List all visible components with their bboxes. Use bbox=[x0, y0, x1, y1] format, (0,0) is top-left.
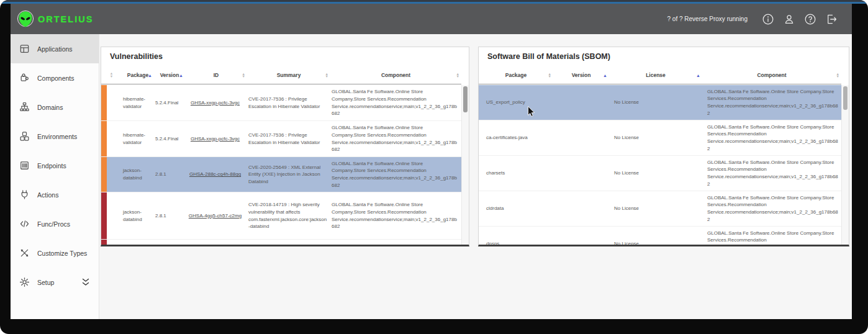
column-label: Package bbox=[127, 72, 149, 78]
column-label: Package bbox=[505, 72, 527, 78]
sidebar-item-components[interactable]: Components bbox=[11, 63, 99, 93]
sort-ascending-icon: ▲ bbox=[148, 73, 152, 77]
vulnerability-row[interactable]: jackson-databind2.8.1GHSA-4gq5-ch57-c2mg… bbox=[101, 192, 461, 240]
sbom-scrollbar[interactable] bbox=[841, 85, 849, 245]
sidebar-item-applications[interactable]: Applications bbox=[11, 34, 99, 63]
column-label: License bbox=[646, 72, 666, 78]
sbom-column-license[interactable]: License▲ bbox=[609, 66, 702, 84]
row-spacer bbox=[107, 102, 122, 104]
sbom-version bbox=[553, 243, 609, 245]
brand-logo: ORTELIUS bbox=[11, 10, 93, 29]
sort-ascending-icon: ▲ bbox=[603, 73, 607, 77]
header-right: ? of ? Reverse Proxy running bbox=[667, 12, 852, 26]
chevron-double-down-icon[interactable] bbox=[81, 278, 90, 287]
vuln-id-link[interactable]: GHSA-xxgp-pcfc-3vgc bbox=[191, 136, 240, 142]
vulnerabilities-scrollbar[interactable] bbox=[461, 85, 469, 245]
sidebar-item-label: Func/Procs bbox=[37, 220, 70, 228]
sbom-row[interactable]: dnsnsNo LicenseGLOBAL.Santa Fe Software.… bbox=[479, 227, 841, 245]
sidebar-item-endpoints[interactable]: Endpoints bbox=[11, 151, 99, 180]
sidebar-item-actions[interactable]: Actions bbox=[11, 180, 99, 209]
vuln-version: 2.8.1 bbox=[154, 169, 185, 179]
vulnerabilities-column-sort[interactable]: ▲▼ bbox=[101, 66, 122, 84]
setup-icon bbox=[19, 277, 30, 287]
vulnerability-row[interactable]: GLOBAL.Santa Fe Software.Online Store Co… bbox=[101, 240, 461, 245]
sbom-license: No License bbox=[609, 204, 702, 214]
sbom-component: GLOBAL.Santa Fe Software.Online Store Co… bbox=[702, 87, 841, 118]
severity-bar bbox=[101, 157, 107, 192]
sbom-row[interactable]: cldrdataNo LicenseGLOBAL.Santa Fe Softwa… bbox=[479, 191, 841, 227]
sidebar: ApplicationsComponentsDomainsEnvironment… bbox=[11, 34, 99, 319]
environments-icon bbox=[19, 131, 30, 142]
sidebar-item-customize-types[interactable]: Customize Types bbox=[11, 238, 99, 268]
sbom-license: No License bbox=[609, 168, 702, 178]
alien-logo-icon bbox=[17, 10, 34, 29]
sbom-version bbox=[553, 207, 609, 210]
sbom-component: GLOBAL.Santa Fe Software.Online Store Co… bbox=[702, 122, 841, 153]
severity-bar bbox=[101, 240, 107, 245]
sbom-row[interactable]: charsetsNo LicenseGLOBAL.Santa Fe Softwa… bbox=[479, 156, 841, 191]
vuln-id-cell: GHSA-288c-cq4h-88gq bbox=[185, 169, 247, 179]
vulnerabilities-column-package[interactable]: Package▲ bbox=[122, 66, 154, 84]
sbom-package: cldrdata bbox=[479, 204, 553, 214]
mouse-cursor bbox=[527, 106, 536, 119]
vulnerabilities-column-summary[interactable]: Summary▲▼ bbox=[247, 66, 330, 84]
vulnerabilities-scrollbar-thumb[interactable] bbox=[463, 86, 468, 112]
sort-icon: ▲▼ bbox=[836, 72, 839, 78]
row-spacer bbox=[107, 138, 122, 140]
customize-types-icon bbox=[19, 248, 30, 258]
vulnerabilities-title: Vulnerabilities bbox=[110, 52, 163, 61]
sidebar-item-label: Components bbox=[37, 74, 75, 82]
sort-ascending-icon: ▲ bbox=[179, 73, 183, 77]
vuln-id-link[interactable]: GHSA-4gq5-ch57-c2mg bbox=[189, 213, 242, 219]
vuln-version: 2.8.1 bbox=[154, 211, 185, 221]
sbom-license: No License bbox=[609, 133, 702, 143]
logout-icon[interactable] bbox=[825, 12, 838, 26]
sidebar-item-func-procs[interactable]: Func/Procs bbox=[11, 209, 99, 238]
header-icon-group bbox=[761, 12, 838, 26]
vulnerability-row[interactable]: hibernate-validator5.2.4.FinalGHSA-xxgp-… bbox=[101, 85, 461, 121]
sbom-license: No License bbox=[609, 97, 702, 107]
vuln-package: jackson-databind bbox=[122, 207, 154, 224]
vuln-component: GLOBAL.Santa Fe Software.Online Store Co… bbox=[330, 159, 461, 190]
vulnerabilities-column-id[interactable]: ID▲▼ bbox=[185, 66, 247, 84]
sidebar-item-label: Domains bbox=[37, 104, 63, 111]
sbom-version bbox=[553, 172, 609, 174]
vuln-id-link[interactable]: GHSA-xxgp-pcfc-3vgc bbox=[191, 100, 240, 106]
vulnerabilities-column-component[interactable]: Component▲▼ bbox=[330, 66, 461, 84]
components-icon bbox=[19, 73, 30, 83]
help-icon[interactable] bbox=[803, 12, 817, 26]
sbom-scrollbar-thumb[interactable] bbox=[843, 86, 848, 110]
severity-bar bbox=[101, 85, 107, 120]
sbom-column-version[interactable]: Version▲ bbox=[553, 66, 609, 84]
sidebar-item-environments[interactable]: Environments bbox=[11, 122, 99, 151]
vulnerability-row[interactable]: jackson-databind2.8.1GHSA-288c-cq4h-88gq… bbox=[101, 157, 461, 192]
column-label: Version bbox=[160, 72, 179, 78]
sbom-package: US_export_policy bbox=[479, 97, 553, 107]
vuln-component: GLOBAL.Santa Fe Software.Online Store Co… bbox=[330, 123, 461, 154]
domains-icon bbox=[19, 102, 30, 112]
vulnerability-row[interactable]: hibernate-validator5.2.4.FinalGHSA-xxgp-… bbox=[101, 121, 461, 157]
info-icon[interactable] bbox=[761, 12, 775, 26]
sbom-package: dnsns bbox=[479, 239, 553, 245]
sbom-column-component[interactable]: Component▲▼ bbox=[702, 66, 841, 84]
vuln-id-cell: GHSA-xxgp-pcfc-3vgc bbox=[185, 134, 247, 144]
sbom-version bbox=[553, 101, 609, 104]
vuln-component: GLOBAL.Santa Fe Software.Online Store Co… bbox=[330, 200, 461, 231]
vulnerabilities-table-body: hibernate-validator5.2.4.FinalGHSA-xxgp-… bbox=[101, 85, 461, 245]
sort-icon: ▲▼ bbox=[242, 72, 245, 78]
reverse-proxy-status: ? of ? Reverse Proxy running bbox=[667, 16, 748, 22]
sbom-row[interactable]: ca-certificates-javaNo LicenseGLOBAL.San… bbox=[479, 120, 841, 156]
sidebar-item-setup[interactable]: Setup bbox=[11, 268, 99, 297]
vuln-package: jackson-databind bbox=[122, 166, 154, 183]
sidebar-item-domains[interactable]: Domains bbox=[11, 93, 99, 122]
vuln-component: GLOBAL.Santa Fe Software.Online Store Co… bbox=[330, 87, 461, 118]
sort-ascending-icon: ▲ bbox=[696, 73, 700, 77]
vulnerabilities-column-version[interactable]: Version▲ bbox=[154, 66, 185, 84]
sbom-column-package[interactable]: Package▲▼ bbox=[479, 66, 553, 84]
vuln-id-link[interactable]: GHSA-288c-cq4h-88gq bbox=[189, 171, 241, 177]
severity-bar bbox=[101, 192, 107, 239]
user-icon[interactable] bbox=[782, 12, 796, 26]
sbom-package: ca-certificates-java bbox=[479, 133, 553, 143]
vuln-package: hibernate-validator bbox=[122, 94, 154, 111]
sidebar-item-label: Actions bbox=[37, 191, 58, 199]
